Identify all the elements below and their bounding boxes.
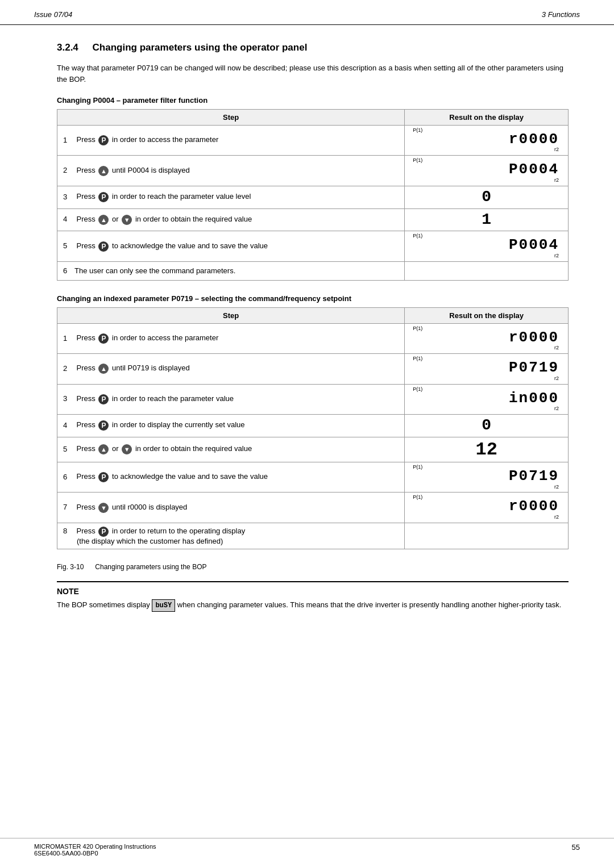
result-cell: 0 [405, 415, 569, 437]
table-row: 2 Press ▲ until P0719 is displayedP(1)P0… [57, 354, 569, 384]
note-box: NOTE The BOP sometimes display buSY when… [57, 581, 569, 612]
note-text: The BOP sometimes display buSY when chan… [57, 599, 569, 612]
table-row: 1 Press P in order to access the paramet… [57, 126, 569, 156]
step-cell: 5 Press ▲ or ▼ in order to obtain the re… [57, 437, 405, 462]
table-row: 1 Press P in order to access the paramet… [57, 323, 569, 353]
header-issue: Issue 07/04 [34, 10, 72, 19]
result-cell [405, 261, 569, 280]
fig-label: Fig. 3-10 [57, 563, 84, 571]
page-footer: MICROMASTER 420 Operating Instructions 6… [0, 838, 614, 857]
result-cell [405, 523, 569, 549]
note-title: NOTE [57, 587, 569, 596]
table1-col-result: Result on the display [405, 110, 569, 126]
table-row: 6The user can only see the command param… [57, 261, 569, 280]
note-text-after: when changing parameter values. This mea… [177, 600, 561, 609]
table-row: 2 Press ▲ until P0004 is displayedP(1)P0… [57, 156, 569, 186]
table2: Step Result on the display 1 Press P in … [57, 307, 569, 549]
section-heading: 3.2.4 Changing parameters using the oper… [57, 42, 569, 53]
step-cell: 1 Press P in order to access the paramet… [57, 126, 405, 156]
result-cell: 12 [405, 437, 569, 462]
result-cell: P(1)P0004r2 [405, 156, 569, 186]
table-row: 5 Press P to acknowledge the value and t… [57, 231, 569, 261]
result-cell: P(1)P0004r2 [405, 231, 569, 261]
result-cell: 0 [405, 186, 569, 208]
step-cell: 4 Press ▲ or ▼ in order to obtain the re… [57, 208, 405, 231]
step-cell: 6 Press P to acknowledge the value and t… [57, 462, 405, 493]
step-cell: 6The user can only see the command param… [57, 261, 405, 280]
page: Issue 07/04 3 Functions 3.2.4 Changing p… [0, 0, 614, 868]
step-cell: 2 Press ▲ until P0719 is displayed [57, 354, 405, 384]
table-row: 4 Press P in order to display the curren… [57, 415, 569, 437]
table1-col-step: Step [57, 110, 405, 126]
busy-badge: buSY [152, 599, 175, 612]
result-cell: P(1)in000r2 [405, 384, 569, 414]
step-cell: 4 Press P in order to display the curren… [57, 415, 405, 437]
result-cell: P(1)r0000r2 [405, 323, 569, 353]
table1-subheading: Changing P0004 – parameter filter functi… [57, 96, 569, 105]
main-content: 3.2.4 Changing parameters using the oper… [0, 25, 614, 635]
step-cell: 8 Press P in order to return to the oper… [57, 523, 405, 549]
result-cell: P(1)r0000r2 [405, 493, 569, 523]
page-header: Issue 07/04 3 Functions [0, 0, 614, 25]
section-title: Changing parameters using the operator p… [93, 42, 308, 53]
table2-col-result: Result on the display [405, 307, 569, 323]
step-cell: 2 Press ▲ until P0004 is displayed [57, 156, 405, 186]
step-cell: 5 Press P to acknowledge the value and t… [57, 231, 405, 261]
result-cell: P(1)P0719r2 [405, 462, 569, 493]
table2-subheading: Changing an indexed parameter P0719 – se… [57, 294, 569, 303]
section-number: 3.2.4 [57, 42, 78, 53]
step-cell: 7 Press ▼ until r0000 is displayed [57, 493, 405, 523]
table-row: 5 Press ▲ or ▼ in order to obtain the re… [57, 437, 569, 462]
table2-col-step: Step [57, 307, 405, 323]
fig-text: Changing parameters using the BOP [95, 563, 206, 571]
table-row: 3 Press P in order to reach the paramete… [57, 384, 569, 414]
footer-page-number: 55 [572, 843, 580, 857]
step-cell: 3 Press P in order to reach the paramete… [57, 384, 405, 414]
step-cell: 1 Press P in order to access the paramet… [57, 323, 405, 353]
table1: Step Result on the display 1 Press P in … [57, 109, 569, 281]
result-cell: P(1)P0719r2 [405, 354, 569, 384]
table-row: 8 Press P in order to return to the oper… [57, 523, 569, 549]
footer-left: MICROMASTER 420 Operating Instructions 6… [34, 843, 156, 857]
table-row: 7 Press ▼ until r0000 is displayedP(1)r0… [57, 493, 569, 523]
table-row: 4 Press ▲ or ▼ in order to obtain the re… [57, 208, 569, 231]
note-text-before: The BOP sometimes display [57, 600, 150, 609]
header-functions: 3 Functions [542, 10, 580, 19]
fig-caption: Fig. 3-10 Changing parameters using the … [57, 563, 569, 571]
result-cell: P(1)r0000r2 [405, 126, 569, 156]
table-row: 3 Press P in order to reach the paramete… [57, 186, 569, 208]
table-row: 6 Press P to acknowledge the value and t… [57, 462, 569, 493]
intro-paragraph: The way that parameter P0719 can be chan… [57, 62, 569, 85]
step-cell: 3 Press P in order to reach the paramete… [57, 186, 405, 208]
result-cell: 1 [405, 208, 569, 231]
